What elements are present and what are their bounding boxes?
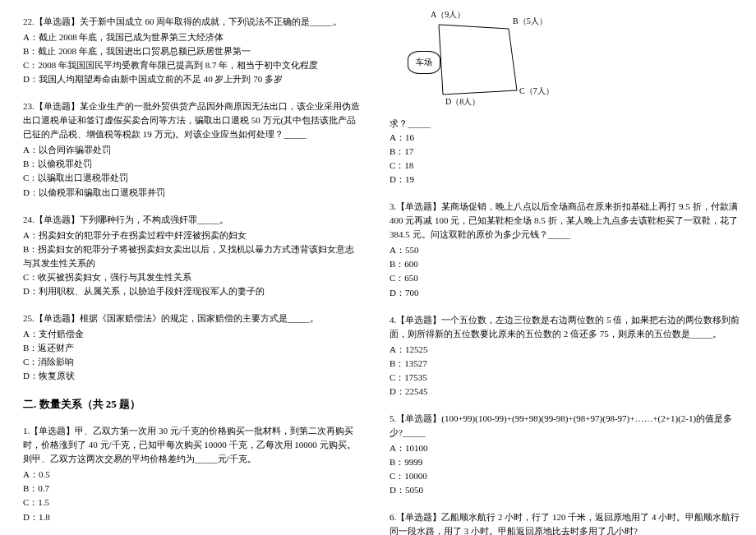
q-s2-1-opt-d: D：1.8 [23,510,363,524]
question-s2-5: 5.【单选题】(100+99)(100-99)+(99+98)(99-98)+(… [390,412,741,497]
vertex-a-label: A（9人） [431,8,465,21]
q-s2-4-stem: 4.【单选题】一个五位数，左边三位数是右边两位数的 5 倍，如果把右边的两位数移… [390,313,741,341]
question-s2-6: 6.【单选题】乙船顺水航行 2 小时，行了 120 千米，返回原地用了 4 小时… [390,510,741,535]
q23-opt-d: D：以偷税罪和骗取出口退税罪并罚 [23,186,363,200]
q24-opt-b: B：拐卖妇女的犯罪分子将被拐卖妇女卖出以后，又找机以暴力方式违背该妇女意志与其发… [23,242,363,270]
q-s2-4-opt-c: C：17535 [390,371,741,385]
q-s2-2-opt-c: C：18 [390,159,741,173]
q24-opt-c: C：收买被拐卖妇女，强行与其发生性关系 [23,270,363,284]
q-s2-3-stem: 3.【单选题】某商场促销，晚上八点以后全场商品在原来折扣基础上再打 9.5 折，… [390,200,741,242]
q22-options: A：截止 2008 年底，我国已成为世界第三大经济体 B：截止 2008 年底，… [23,30,363,86]
q25-opt-b: B：返还财产 [23,341,363,355]
question-25: 25.【单选题】根据《国家赔偿法》的规定，国家赔偿的主要方式是_____。 A：… [23,311,363,383]
carfield-diagram: A（9人） B（5人） C（7人） D（8人） 车场 [406,15,546,113]
q25-opt-a: A：支付赔偿金 [23,327,363,341]
vertex-d-label: D（8人） [445,95,480,108]
q23-stem: 23.【单选题】某企业生产的一批外贸供货产品因外商原因无法出口，该企业采用伪造出… [23,99,363,141]
section-2-title: 二. 数量关系（共 25 题） [23,396,363,413]
q-s2-6-stem: 6.【单选题】乙船顺水航行 2 小时，行了 120 千米，返回原地用了 4 小时… [390,510,741,535]
q-s2-5-opt-d: D：5050 [390,483,741,497]
q-s2-2-opt-b: B：17 [390,145,741,159]
q-s2-1-opt-c: C：1.5 [23,496,363,510]
q-s2-2-opt-d: D：19 [390,173,741,187]
q22-opt-c: C：2008 年我国国民平均受教育年限已提高到 8.7 年，相当于初中文化程度 [23,58,363,72]
q25-opt-d: D：恢复原状 [23,369,363,383]
q-s2-1-stem: 1.【单选题】甲、乙双方第一次用 30 元/千克的价格购买一批材料，到第二次再购… [23,424,363,466]
q-s2-4-opt-b: B：13527 [390,357,741,371]
q-s2-5-stem: 5.【单选题】(100+99)(100-99)+(99+98)(99-98)+(… [390,412,741,440]
vertex-b-label: B（5人） [513,15,547,28]
q25-stem: 25.【单选题】根据《国家赔偿法》的规定，国家赔偿的主要方式是_____。 [23,311,363,325]
q-s2-2-tail-text: 求？_____ [390,117,741,131]
q-s2-5-opt-a: A：10100 [390,441,741,455]
q-s2-1-opt-a: A：0.5 [23,468,363,482]
question-23: 23.【单选题】某企业生产的一批外贸供货产品因外商原因无法出口，该企业采用伪造出… [23,99,363,199]
q-s2-3-opt-c: C：650 [390,271,741,285]
q22-opt-a: A：截止 2008 年底，我国已成为世界第三大经济体 [23,30,363,44]
q24-opt-a: A：拐卖妇女的犯罪分子在拐卖过程中奸淫被拐卖的妇女 [23,228,363,242]
q-s2-3-opt-b: B：600 [390,257,741,271]
right-column: A（9人） B（5人） C（7人） D（8人） 车场 求？_____ A：16 … [378,0,756,535]
q-s2-3-opt-a: A：550 [390,243,741,257]
q23-options: A：以合同诈骗罪处罚 B：以偷税罪处罚 C：以骗取出口退税罪处罚 D：以偷税罪和… [23,143,363,199]
q-s2-1-opt-b: B：0.7 [23,482,363,496]
question-24: 24.【单选题】下列哪种行为，不构成强奸罪_____。 A：拐卖妇女的犯罪分子在… [23,213,363,298]
left-column: 22.【单选题】关于新中国成立 60 周年取得的成就，下列说法不正确的是____… [0,0,378,535]
question-s2-2-tail: 求？_____ A：16 B：17 C：18 D：19 [390,117,741,187]
q-s2-3-options: A：550 B：600 C：650 D：700 [390,243,741,299]
q-s2-2-options: A：16 B：17 C：18 D：19 [390,131,741,187]
question-s2-1: 1.【单选题】甲、乙双方第一次用 30 元/千克的价格购买一批材料，到第二次再购… [23,424,363,523]
q-s2-5-opt-b: B：9999 [390,455,741,469]
svg-marker-0 [439,25,517,95]
q24-opt-d: D：利用职权、从属关系，以胁迫手段奸淫现役军人的妻子的 [23,284,363,298]
q-s2-3-opt-d: D：700 [390,286,741,300]
q24-options: A：拐卖妇女的犯罪分子在拐卖过程中奸淫被拐卖的妇女 B：拐卖妇女的犯罪分子将被拐… [23,228,363,298]
q22-opt-b: B：截止 2008 年底，我国进出口贸易总额已跃居世界第一 [23,44,363,58]
q-s2-1-options: A：0.5 B：0.7 C：1.5 D：1.8 [23,468,363,523]
q23-opt-a: A：以合同诈骗罪处罚 [23,143,363,157]
vertex-c-label: C（7人） [519,85,554,98]
q-s2-4-opt-d: D：22545 [390,385,741,399]
q-s2-4-opt-a: A：12525 [390,343,741,357]
q22-stem: 22.【单选题】关于新中国成立 60 周年取得的成就，下列说法不正确的是____… [23,15,363,29]
q22-opt-d: D：我国人均期望寿命由新中国成立前的不足 40 岁上升到 70 多岁 [23,72,363,86]
q25-opt-c: C：消除影响 [23,355,363,369]
carfield-node: 车场 [408,51,440,74]
q23-opt-c: C：以骗取出口退税罪处罚 [23,171,363,185]
question-s2-3: 3.【单选题】某商场促销，晚上八点以后全场商品在原来折扣基础上再打 9.5 折，… [390,200,741,299]
q23-opt-b: B：以偷税罪处罚 [23,157,363,171]
q-s2-5-options: A：10100 B：9999 C：10000 D：5050 [390,441,741,497]
q24-stem: 24.【单选题】下列哪种行为，不构成强奸罪_____。 [23,213,363,227]
question-22: 22.【单选题】关于新中国成立 60 周年取得的成就，下列说法不正确的是____… [23,15,363,86]
q-s2-2-opt-a: A：16 [390,131,741,145]
q-s2-4-options: A：12525 B：13527 C：17535 D：22545 [390,343,741,399]
q25-options: A：支付赔偿金 B：返还财产 C：消除影响 D：恢复原状 [23,327,363,383]
question-s2-4: 4.【单选题】一个五位数，左边三位数是右边两位数的 5 倍，如果把右边的两位数移… [390,313,741,399]
q-s2-5-opt-c: C：10000 [390,469,741,483]
